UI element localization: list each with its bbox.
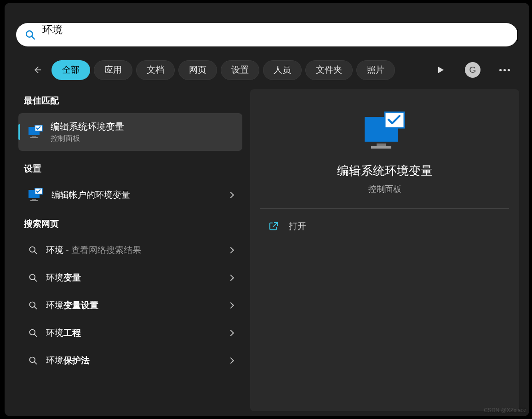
chevron-right-icon (228, 330, 234, 336)
preview-title: 编辑系统环境变量 (250, 163, 519, 179)
chevron-right-icon (228, 357, 234, 364)
svg-line-13 (34, 279, 37, 281)
web-result-3-suffix: 工程 (63, 328, 81, 338)
profile-avatar[interactable]: G (465, 62, 481, 78)
watermark: CSDN @XZxiaoz (484, 407, 526, 413)
preview-subtitle: 控制面板 (250, 184, 519, 195)
svg-rect-4 (30, 137, 38, 138)
svg-line-1 (32, 37, 34, 39)
filter-row: 全部 应用 文档 网页 设置 人员 文件夹 照片 (27, 59, 395, 80)
filter-chips: 全部 应用 文档 网页 设置 人员 文件夹 照片 (51, 60, 395, 80)
text-caret (517, 29, 518, 41)
web-result-0-suffix: - 查看网络搜索结果 (63, 245, 141, 255)
web-result-0-prefix: 环境 (46, 245, 63, 255)
filter-chip-all[interactable]: 全部 (51, 60, 90, 80)
web-result-0[interactable]: 环境 - 查看网络搜索结果 (18, 236, 242, 264)
svg-rect-7 (32, 199, 36, 200)
filter-chip-docs[interactable]: 文档 (136, 60, 175, 80)
best-match-result[interactable]: 编辑系统环境变量 控制面板 (18, 113, 242, 151)
svg-line-15 (34, 307, 37, 309)
search-icon (29, 301, 38, 310)
divider (260, 208, 509, 209)
web-result-2-suffix: 变量设置 (63, 300, 98, 310)
open-action[interactable]: 打开 (260, 214, 509, 238)
search-icon (24, 29, 36, 40)
search-icon (29, 328, 38, 338)
web-result-1-suffix: 变量 (63, 273, 81, 282)
svg-point-0 (26, 31, 33, 37)
svg-rect-22 (371, 146, 391, 149)
monitor-hero-icon (363, 111, 407, 150)
svg-line-17 (34, 334, 37, 337)
settings-result-0[interactable]: 编辑帐户的环境变量 (18, 181, 242, 209)
more-icon[interactable] (496, 62, 513, 78)
web-result-2[interactable]: 环境变量设置 (18, 292, 242, 319)
results-column: 最佳匹配 编辑系统环境变量 控制面板 设置 编辑 (18, 95, 247, 374)
filter-chip-folders[interactable]: 文件夹 (305, 60, 353, 80)
section-web: 搜索网页 (24, 218, 247, 230)
monitor-icon (29, 125, 43, 139)
best-match-title: 编辑系统环境变量 (51, 121, 124, 133)
search-icon (29, 246, 38, 255)
back-button[interactable] (27, 59, 48, 80)
open-external-icon (269, 221, 279, 231)
chevron-right-icon (228, 275, 234, 281)
preview-panel: 编辑系统环境变量 控制面板 打开 (250, 89, 519, 411)
open-label: 打开 (289, 220, 306, 232)
header-right-icons: G (433, 59, 513, 80)
web-result-4-suffix: 保护法 (63, 356, 90, 365)
svg-rect-21 (377, 143, 386, 146)
search-bar[interactable]: 环境 (16, 23, 518, 46)
filter-chip-apps[interactable]: 应用 (94, 60, 132, 80)
settings-result-0-label: 编辑帐户的环境变量 (51, 190, 130, 200)
search-input[interactable]: 环境 (42, 23, 518, 46)
web-result-4-prefix: 环境 (46, 356, 63, 365)
svg-rect-8 (30, 200, 38, 201)
chevron-right-icon (228, 192, 234, 198)
filter-chip-web[interactable]: 网页 (178, 60, 217, 80)
svg-line-19 (34, 362, 37, 364)
web-result-1[interactable]: 环境变量 (18, 264, 242, 292)
web-result-3-prefix: 环境 (46, 328, 63, 338)
svg-rect-3 (32, 136, 36, 137)
web-result-3[interactable]: 环境工程 (18, 319, 242, 347)
best-match-subtitle: 控制面板 (51, 134, 124, 143)
monitor-icon (29, 188, 43, 202)
svg-line-11 (34, 252, 37, 254)
search-icon (29, 356, 38, 365)
search-window: 环境 全部 应用 文档 网页 设置 人员 文件夹 照片 G 最佳匹配 (5, 3, 529, 416)
search-icon (29, 273, 38, 282)
chevron-right-icon (228, 302, 234, 309)
section-best-match: 最佳匹配 (24, 95, 247, 107)
web-result-1-prefix: 环境 (46, 273, 63, 282)
chevron-right-icon (228, 247, 234, 253)
web-result-2-prefix: 环境 (46, 300, 63, 310)
filter-chip-settings[interactable]: 设置 (221, 60, 259, 80)
web-result-4[interactable]: 环境保护法 (18, 347, 242, 374)
filter-chip-photos[interactable]: 照片 (356, 60, 395, 80)
filter-chip-people[interactable]: 人员 (263, 60, 302, 80)
play-icon[interactable] (433, 62, 449, 78)
section-settings: 设置 (24, 163, 247, 175)
